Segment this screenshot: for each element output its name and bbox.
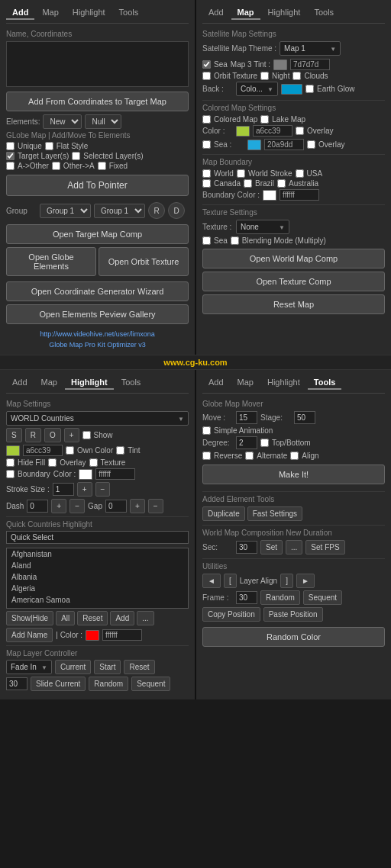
texture-select[interactable]: None [236, 220, 289, 234]
o-button[interactable]: O [44, 428, 61, 442]
tab-add-hl[interactable]: Add [6, 376, 34, 390]
brazil-checkbox[interactable] [244, 179, 252, 188]
sea-checkbox[interactable] [202, 60, 211, 69]
open-target-map-comp-button[interactable]: Open Target Map Comp [6, 224, 189, 244]
paste-position-button[interactable]: Paste Position [263, 607, 323, 622]
start-button[interactable]: Start [94, 660, 121, 674]
world-stroke-checkbox[interactable] [237, 169, 245, 178]
current-button[interactable]: Current [55, 660, 91, 674]
open-orbit-texture-button[interactable]: Open Orbit Texture [99, 247, 189, 276]
random-tools-button[interactable]: Random [260, 590, 300, 605]
tab-add[interactable]: Add [6, 6, 34, 20]
reset2-button[interactable]: Reset [124, 660, 154, 674]
gap-minus-btn[interactable]: − [148, 499, 163, 513]
tab-highlight-map[interactable]: Highlight [262, 6, 307, 20]
coordinates-textarea[interactable] [6, 41, 189, 87]
tint-hex-input[interactable] [290, 59, 330, 70]
show-hide-button[interactable]: Show|Hide [6, 611, 53, 625]
show-checkbox[interactable] [82, 431, 91, 439]
open-world-map-comp-button[interactable]: Open World Map Comp [202, 249, 385, 268]
make-it-button[interactable]: Make It! [202, 465, 385, 484]
boundary-hl-checkbox[interactable] [6, 470, 15, 478]
set-fps-button[interactable]: Set FPS [305, 540, 344, 555]
tint-checkbox[interactable] [116, 446, 124, 455]
gap-input[interactable] [105, 500, 127, 513]
reset-map-button[interactable]: Reset Map [202, 294, 385, 314]
slide-current-button[interactable]: Slide Current [31, 677, 86, 691]
copy-position-button[interactable]: Copy Position [202, 607, 260, 622]
tab-highlight[interactable]: Highlight [66, 6, 111, 20]
canada-checkbox[interactable] [202, 179, 211, 188]
link1[interactable]: http://www.videohive.net/user/limxona [6, 330, 189, 338]
night-checkbox[interactable] [260, 72, 269, 80]
sec-input[interactable] [236, 541, 257, 554]
usa-checkbox[interactable] [296, 169, 304, 178]
sequent-btn-hl[interactable]: Sequent [131, 677, 170, 691]
earth-glow-checkbox[interactable] [305, 85, 314, 93]
texture-hl-checkbox[interactable] [89, 458, 98, 467]
overlay2-checkbox[interactable] [307, 140, 315, 149]
lake-map-checkbox[interactable] [260, 115, 269, 124]
align-checkbox[interactable] [290, 452, 299, 460]
unique-checkbox[interactable] [6, 142, 15, 150]
theme-select[interactable]: Map 1 [280, 41, 341, 56]
back-select[interactable]: Colo... [236, 82, 278, 96]
own-color-checkbox[interactable] [66, 446, 74, 455]
r-button[interactable]: R [148, 202, 165, 219]
dash-plus-btn[interactable]: + [51, 499, 66, 513]
set-button[interactable]: Set [260, 540, 283, 555]
australia-checkbox[interactable] [277, 179, 286, 188]
world-checkbox[interactable] [202, 169, 211, 178]
country-aland[interactable]: Aland [7, 560, 188, 571]
alternate-checkbox[interactable] [245, 452, 254, 460]
world-countries-select[interactable]: WORLD Countries [6, 411, 189, 426]
fixed-checkbox[interactable] [98, 162, 106, 170]
color-hex-input[interactable] [253, 125, 292, 137]
dash-minus-btn[interactable]: − [69, 499, 85, 513]
other-a-checkbox[interactable] [52, 162, 60, 170]
open-elements-preview-button[interactable]: Open Elements Peview Gallery [6, 304, 189, 324]
tab-highlight-tools[interactable]: Highlight [261, 376, 306, 390]
selected-layers-checkbox[interactable] [72, 152, 80, 160]
country-andorra[interactable]: Andorra [7, 606, 188, 609]
sea2-checkbox[interactable] [202, 140, 211, 149]
boundary-hex-input[interactable] [280, 189, 319, 201]
open-globe-elements-button[interactable]: Open Globe Elements [6, 247, 96, 276]
flat-style-checkbox[interactable] [45, 142, 53, 150]
country-algeria[interactable]: Algeria [7, 583, 188, 594]
d-button[interactable]: D [168, 202, 185, 219]
add-to-pointer-button[interactable]: Add To Pointer [6, 175, 189, 196]
tab-add-map[interactable]: Add [202, 6, 230, 20]
fade-in-select[interactable]: Fade In [6, 660, 52, 674]
move-input[interactable] [236, 411, 257, 424]
group1b-select[interactable]: Group 1 [94, 204, 145, 218]
arrow-right-button[interactable]: ► [296, 574, 315, 588]
blending-checkbox[interactable] [231, 236, 239, 245]
sea3-checkbox[interactable] [202, 236, 211, 245]
top-bottom-checkbox[interactable] [260, 439, 269, 447]
bracket-right-button[interactable]: ] [280, 574, 293, 588]
quick-select-input[interactable] [6, 531, 189, 544]
reset-button[interactable]: Reset [77, 611, 108, 625]
tab-map-hl[interactable]: Map [35, 376, 63, 390]
random-btn-hl[interactable]: Random [89, 677, 128, 691]
reverse-checkbox[interactable] [202, 452, 211, 460]
tab-tools[interactable]: Tools [113, 6, 145, 20]
elements-select[interactable]: New [43, 114, 82, 129]
stroke-minus-btn[interactable]: − [95, 482, 111, 497]
gap-plus-btn[interactable]: + [130, 499, 145, 513]
a-other-checkbox[interactable] [6, 162, 15, 170]
frame-tools-input[interactable] [236, 591, 257, 604]
tab-highlight-hl[interactable]: Highlight [65, 376, 114, 390]
country-afghanistan[interactable]: Afghanistan [7, 548, 188, 560]
plus-button[interactable]: + [64, 428, 79, 442]
duplicate-button[interactable]: Duplicate [202, 506, 245, 521]
overlay-hl-checkbox[interactable] [48, 458, 57, 467]
arrow-left-button[interactable]: ◄ [202, 574, 221, 588]
target-layers-checkbox[interactable] [6, 152, 15, 160]
country-american-samoa[interactable]: American Samoa [7, 594, 188, 606]
random-color-button[interactable]: Random Color [202, 627, 385, 647]
orbit-checkbox[interactable] [202, 72, 211, 80]
stage-input[interactable] [294, 411, 315, 424]
tab-tools-map[interactable]: Tools [308, 6, 340, 20]
